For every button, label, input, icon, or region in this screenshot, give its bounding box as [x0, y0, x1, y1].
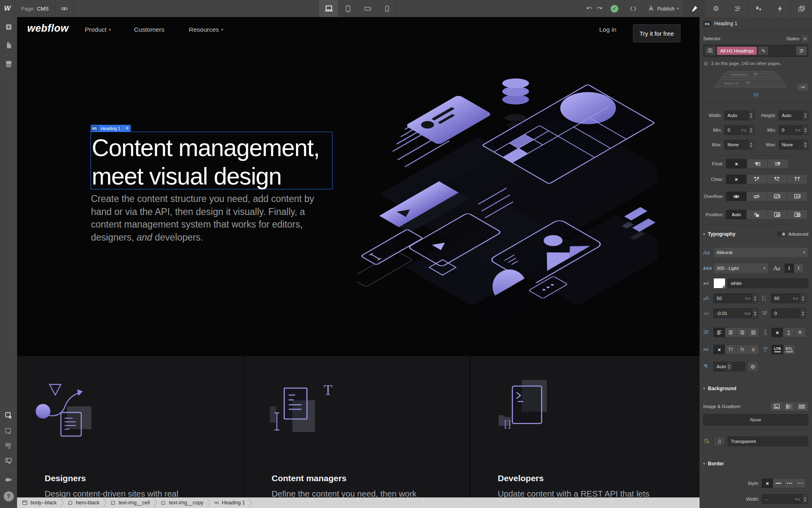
- stepper[interactable]: [726, 362, 732, 371]
- border-style-solid-button[interactable]: [773, 478, 784, 488]
- tab-style-panel[interactable]: [684, 0, 705, 17]
- direction-rtl-button[interactable]: RTL: [783, 345, 795, 354]
- clear-left-button[interactable]: [746, 174, 767, 184]
- breadcrumb-item-hero[interactable]: hero-black: [68, 500, 99, 506]
- height-input[interactable]: Auto-: [779, 111, 809, 120]
- stepper[interactable]: [802, 495, 808, 504]
- site-logo[interactable]: webflow: [27, 22, 69, 34]
- stepper[interactable]: [802, 140, 808, 149]
- stepper[interactable]: [752, 294, 758, 303]
- bg-image-button[interactable]: [770, 402, 783, 411]
- stepper[interactable]: [748, 140, 754, 149]
- tab-element-settings[interactable]: ⚙: [705, 0, 727, 17]
- decoration-none-button[interactable]: ×: [771, 328, 783, 337]
- direction-ltr-button[interactable]: LTR: [771, 345, 784, 354]
- typography-header[interactable]: ▾Typography Advanced: [703, 230, 808, 238]
- breadcrumb-item-heading[interactable]: H1Heading 1: [214, 500, 245, 506]
- italic-off-button[interactable]: I: [784, 263, 794, 273]
- italic-on-button[interactable]: I: [794, 263, 803, 273]
- bg-color-input[interactable]: Transparent: [728, 436, 808, 446]
- border-header[interactable]: ▾Border: [703, 460, 808, 468]
- font-weight-select[interactable]: 300 - Light▾: [713, 263, 769, 274]
- overflow-scroll-button[interactable]: [767, 191, 787, 201]
- spacing-box-model[interactable]: PADDING MARGIN: [703, 71, 801, 90]
- clear-none-button[interactable]: ×: [726, 174, 747, 184]
- tab-interactions[interactable]: [769, 0, 791, 17]
- select-mode-button[interactable]: [0, 409, 17, 422]
- breakpoint-indicator-button[interactable]: [705, 46, 715, 55]
- max-height-input[interactable]: None-: [779, 140, 809, 150]
- overflow-hidden-button[interactable]: [746, 191, 767, 201]
- stepper[interactable]: [752, 309, 758, 318]
- nav-link-customers[interactable]: Customers: [134, 26, 164, 33]
- help-button[interactable]: ?: [0, 490, 17, 503]
- align-right-button[interactable]: [736, 328, 748, 337]
- selector-menu-button[interactable]: [796, 46, 807, 55]
- border-style-dotted-button[interactable]: [795, 478, 806, 488]
- stepper[interactable]: [800, 309, 806, 318]
- position-fixed-button[interactable]: [787, 210, 808, 219]
- caps-lowercase-button[interactable]: tt: [747, 345, 759, 354]
- stepper[interactable]: [800, 294, 806, 303]
- nav-link-product[interactable]: Product▾: [85, 26, 111, 33]
- video-tutorials-button[interactable]: [0, 473, 17, 486]
- caps-uppercase-button[interactable]: TT: [725, 345, 736, 354]
- width-input[interactable]: Auto-: [724, 111, 754, 120]
- bg-solid-button[interactable]: [795, 402, 808, 411]
- export-code-button[interactable]: [624, 0, 643, 17]
- align-center-button[interactable]: [725, 328, 736, 337]
- columns-input[interactable]: Auto: [713, 362, 745, 371]
- tab-style-manager[interactable]: [726, 0, 748, 17]
- float-left-button[interactable]: [747, 159, 768, 169]
- nav-login-link[interactable]: Log in: [599, 26, 616, 33]
- caps-none-button[interactable]: ×: [713, 345, 725, 354]
- device-phone-portrait-tab[interactable]: [378, 0, 397, 17]
- selector-field[interactable]: All H1 Headings ✎: [703, 45, 808, 57]
- font-size-input[interactable]: 50PX: [713, 293, 758, 303]
- text-indent-input[interactable]: 0-: [771, 308, 806, 318]
- align-left-button[interactable]: [713, 328, 725, 337]
- border-style-none-button[interactable]: ×: [762, 478, 773, 488]
- decoration-strikethrough-button[interactable]: T: [794, 328, 806, 337]
- redo-button[interactable]: [596, 0, 603, 17]
- border-width-input[interactable]: --PX: [762, 494, 808, 504]
- stepper[interactable]: [748, 111, 754, 120]
- breadcrumb-item-copy[interactable]: text-img__copy: [161, 500, 203, 506]
- float-none-button[interactable]: ×: [726, 159, 747, 169]
- undo-button[interactable]: [586, 0, 593, 17]
- align-justify-button[interactable]: [747, 328, 759, 337]
- float-right-button[interactable]: [767, 159, 788, 169]
- show-edit-ui-button[interactable]: [0, 454, 17, 467]
- tab-symbols[interactable]: [748, 0, 769, 17]
- overflow-auto-button[interactable]: [787, 191, 808, 201]
- min-width-input[interactable]: 0PX: [724, 125, 754, 135]
- device-phone-landscape-tab[interactable]: [358, 0, 378, 17]
- font-color-swatch[interactable]: [713, 278, 726, 289]
- edit-class-button[interactable]: ✎: [758, 47, 768, 55]
- page-selector[interactable]: Page: CMS: [15, 0, 56, 17]
- hero-heading[interactable]: Content management, meet visual design: [92, 134, 320, 191]
- device-tablet-tab[interactable]: [339, 0, 358, 17]
- spacing-expand-button[interactable]: +⇄: [797, 83, 808, 91]
- add-elements-button[interactable]: [0, 20, 17, 33]
- pages-button[interactable]: [0, 39, 17, 52]
- try-free-button[interactable]: Try it for free: [633, 24, 680, 42]
- nav-link-resources[interactable]: Resources▾: [189, 26, 223, 33]
- webflow-menu-button[interactable]: W: [0, 0, 15, 17]
- publish-button[interactable]: Publish ▾: [642, 0, 684, 17]
- class-chip[interactable]: All H1 Headings: [717, 47, 757, 55]
- overflow-visible-button[interactable]: [726, 191, 747, 201]
- position-auto-button[interactable]: Auto: [726, 210, 747, 219]
- columns-settings-button[interactable]: ⚙: [747, 362, 758, 371]
- save-status-button[interactable]: ✓: [605, 0, 624, 17]
- margin-bottom-value[interactable]: 20: [752, 92, 759, 98]
- font-family-select[interactable]: Akkurat▾: [713, 247, 808, 258]
- border-style-dashed-button[interactable]: [784, 478, 795, 488]
- position-relative-button[interactable]: [746, 210, 767, 219]
- device-desktop-tab[interactable]: [319, 0, 339, 17]
- min-height-input[interactable]: 0PX: [779, 125, 809, 135]
- max-width-input[interactable]: None-: [724, 140, 754, 150]
- clear-both-button[interactable]: [787, 174, 808, 184]
- letter-spacing-input[interactable]: -0.01EM: [713, 308, 758, 318]
- breadcrumb-item-body[interactable]: body--black: [22, 500, 57, 506]
